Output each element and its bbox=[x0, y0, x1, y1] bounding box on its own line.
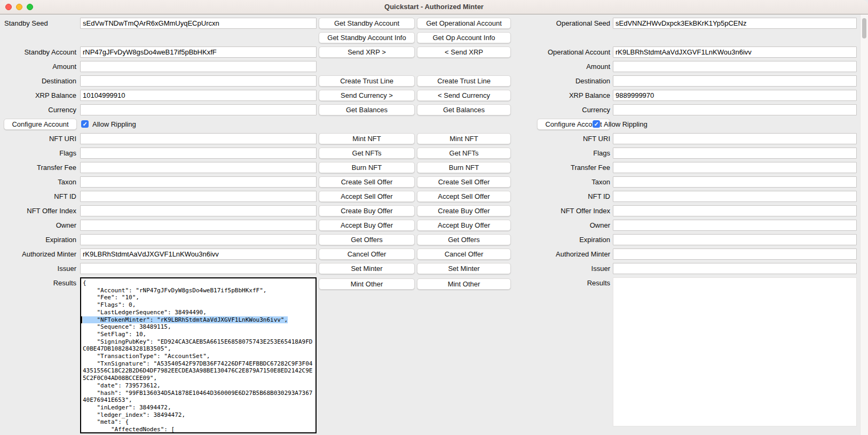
operational-get-nfts-button[interactable]: Get NFTs bbox=[417, 147, 511, 159]
json-line: "Sequence": 38489115, bbox=[83, 323, 314, 331]
operational-accept-sell-offer-button[interactable]: Accept Sell Offer bbox=[417, 191, 511, 202]
operational-allow-rippling-checkbox[interactable]: ✓ bbox=[593, 120, 600, 128]
row-nft-id: NFT ID Accept Sell Offer Accept Sell Off… bbox=[0, 191, 860, 205]
standby-expiration-label: Expiration bbox=[0, 234, 76, 245]
operational-issuer-label: Issuer bbox=[510, 263, 610, 274]
operational-transfer-fee-input[interactable] bbox=[613, 162, 857, 173]
minimize-button[interactable] bbox=[16, 4, 22, 10]
get-operational-account-button[interactable]: Get Operational Account bbox=[417, 18, 511, 29]
operational-authorized-minter-input[interactable] bbox=[613, 248, 857, 260]
standby-expiration-input[interactable] bbox=[80, 234, 317, 245]
standby-account-input[interactable] bbox=[80, 46, 317, 58]
operational-xrp-balance-input[interactable] bbox=[613, 90, 857, 101]
close-button[interactable] bbox=[5, 4, 12, 10]
json-line: "TxnSignature": "A53540542F97DB36F74226D… bbox=[83, 360, 314, 382]
operational-expiration-label: Expiration bbox=[510, 234, 610, 245]
standby-currency-input[interactable] bbox=[80, 104, 317, 115]
standby-issuer-input[interactable] bbox=[80, 263, 317, 274]
operational-mint-other-button[interactable]: Mint Other bbox=[417, 278, 511, 290]
operational-account-input[interactable] bbox=[613, 46, 857, 58]
standby-create-trust-line-button[interactable]: Create Trust Line bbox=[319, 75, 415, 87]
standby-flags-input[interactable] bbox=[80, 147, 317, 159]
standby-set-minter-button[interactable]: Set Minter bbox=[319, 263, 415, 274]
operational-nft-uri-input[interactable] bbox=[613, 133, 857, 144]
json-line: { bbox=[83, 279, 314, 287]
standby-amount-input[interactable] bbox=[80, 61, 317, 72]
send-currency-left-button[interactable]: < Send Currency bbox=[417, 90, 511, 101]
operational-issuer-input[interactable] bbox=[613, 263, 857, 274]
app-window: Quickstart - Authorized Minter Standby S… bbox=[0, 0, 868, 435]
json-line: "hash": "99FB136034D5A1878E10464D360009E… bbox=[83, 390, 314, 404]
standby-create-sell-offer-button[interactable]: Create Sell Offer bbox=[319, 176, 415, 188]
row-expiration: Expiration Get Offers Get Offers Expirat… bbox=[0, 234, 860, 248]
operational-burn-nft-button[interactable]: Burn NFT bbox=[417, 162, 511, 173]
send-xrp-left-button[interactable]: < Send XRP bbox=[417, 46, 511, 58]
standby-taxon-input[interactable] bbox=[80, 176, 317, 188]
operational-currency-input[interactable] bbox=[613, 104, 857, 115]
operational-get-offers-button[interactable]: Get Offers bbox=[417, 234, 511, 245]
operational-destination-input[interactable] bbox=[613, 75, 857, 87]
standby-create-buy-offer-button[interactable]: Create Buy Offer bbox=[319, 205, 415, 216]
get-standby-account-info-button[interactable]: Get Standby Account Info bbox=[319, 32, 415, 43]
operational-flags-input[interactable] bbox=[613, 147, 857, 159]
operational-owner-input[interactable] bbox=[613, 220, 857, 231]
get-standby-account-button[interactable]: Get Standby Account bbox=[319, 18, 415, 29]
operational-nft-id-input[interactable] bbox=[613, 191, 857, 202]
standby-owner-input[interactable] bbox=[80, 220, 317, 231]
standby-nft-id-input[interactable] bbox=[80, 191, 317, 202]
get-op-account-info-button[interactable]: Get Op Account Info bbox=[417, 32, 511, 43]
zoom-button[interactable] bbox=[27, 4, 33, 10]
operational-create-trust-line-button[interactable]: Create Trust Line bbox=[417, 75, 511, 87]
standby-allow-rippling-checkbox[interactable]: ✓ bbox=[81, 120, 89, 128]
operational-accept-buy-offer-button[interactable]: Accept Buy Offer bbox=[417, 220, 511, 231]
selected-text: "NFTokenMinter": "rK9LBRhStdmtAaVdJXGVF1… bbox=[83, 316, 288, 323]
scrollbar-thumb[interactable] bbox=[862, 18, 866, 38]
standby-accept-buy-offer-button[interactable]: Accept Buy Offer bbox=[319, 220, 415, 231]
operational-get-balances-button[interactable]: Get Balances bbox=[417, 104, 511, 115]
operational-nft-offer-index-input[interactable] bbox=[613, 205, 857, 216]
standby-mint-nft-button[interactable]: Mint NFT bbox=[319, 133, 415, 144]
operational-set-minter-button[interactable]: Set Minter bbox=[417, 263, 511, 274]
json-line: "TransactionType": "AccountSet", bbox=[83, 353, 314, 360]
standby-configure-account-button[interactable]: Configure Account bbox=[4, 119, 77, 130]
operational-expiration-input[interactable] bbox=[613, 234, 857, 245]
row-flags: Flags Get NFTs Get NFTs Flags bbox=[0, 147, 860, 162]
standby-account-label: Standby Account bbox=[0, 46, 76, 58]
operational-account-label: Operational Account bbox=[510, 46, 610, 58]
standby-nft-offer-index-input[interactable] bbox=[80, 205, 317, 216]
operational-create-buy-offer-button[interactable]: Create Buy Offer bbox=[417, 205, 511, 216]
operational-create-sell-offer-button[interactable]: Create Sell Offer bbox=[417, 176, 511, 188]
vertical-scrollbar[interactable] bbox=[860, 14, 868, 435]
standby-mint-other-button[interactable]: Mint Other bbox=[319, 278, 415, 290]
row-xrp-balance: XRP Balance Send Currency > < Send Curre… bbox=[0, 90, 860, 104]
standby-get-offers-button[interactable]: Get Offers bbox=[319, 234, 415, 245]
standby-get-nfts-button[interactable]: Get NFTs bbox=[319, 147, 415, 159]
standby-cancel-offer-button[interactable]: Cancel Offer bbox=[319, 248, 415, 260]
standby-authorized-minter-input[interactable] bbox=[80, 248, 317, 260]
standby-destination-input[interactable] bbox=[80, 75, 317, 87]
operational-results-textarea[interactable] bbox=[613, 277, 857, 426]
operational-cancel-offer-button[interactable]: Cancel Offer bbox=[417, 248, 511, 260]
checkbox-check-icon: ✓ bbox=[594, 121, 598, 127]
row-seed: Standby Seed Get Standby Account Get Ope… bbox=[0, 18, 860, 32]
operational-seed-input[interactable] bbox=[613, 18, 857, 29]
standby-results-textarea[interactable]: { "Account": "rNP47gJFvDyW8gsDo4weB17if5… bbox=[80, 277, 317, 433]
standby-accept-sell-offer-button[interactable]: Accept Sell Offer bbox=[319, 191, 415, 202]
send-xrp-right-button[interactable]: Send XRP > bbox=[319, 46, 415, 58]
standby-get-balances-button[interactable]: Get Balances bbox=[319, 104, 415, 115]
operational-amount-input[interactable] bbox=[613, 61, 857, 72]
operational-taxon-input[interactable] bbox=[613, 176, 857, 188]
operational-amount-label: Amount bbox=[510, 61, 610, 72]
standby-xrp-balance-label: XRP Balance bbox=[0, 90, 76, 101]
json-line: "meta": { bbox=[83, 418, 314, 426]
send-currency-right-button[interactable]: Send Currency > bbox=[319, 90, 415, 101]
standby-xrp-balance-input[interactable] bbox=[80, 90, 317, 101]
standby-seed-input[interactable] bbox=[80, 18, 317, 29]
operational-nft-offer-index-label: NFT Offer Index bbox=[510, 205, 610, 216]
operational-seed-label: Operational Seed bbox=[510, 18, 610, 29]
operational-mint-nft-button[interactable]: Mint NFT bbox=[417, 133, 511, 144]
standby-nft-uri-input[interactable] bbox=[80, 133, 317, 144]
standby-burn-nft-button[interactable]: Burn NFT bbox=[319, 162, 415, 173]
standby-transfer-fee-input[interactable] bbox=[80, 162, 317, 173]
operational-nft-id-label: NFT ID bbox=[510, 191, 610, 202]
